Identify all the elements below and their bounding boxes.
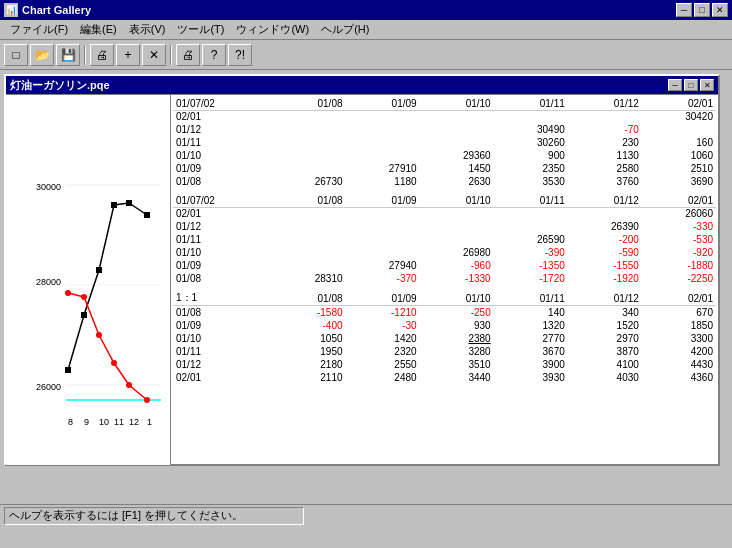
table-row: 01/11 30260 230 160 bbox=[173, 136, 716, 149]
minimize-button[interactable]: ─ bbox=[676, 3, 692, 17]
cell bbox=[346, 110, 420, 123]
svg-text:9: 9 bbox=[84, 417, 89, 427]
toolbar-help2[interactable]: ?! bbox=[228, 44, 252, 66]
status-bar: ヘルプを表示するには [F1] を押してください。 bbox=[0, 504, 732, 526]
cell: -920 bbox=[642, 246, 716, 259]
toolbar-delete[interactable]: ✕ bbox=[142, 44, 166, 66]
cell: 01/12 bbox=[173, 358, 271, 371]
table-row: 01/10 26980 -390 -590 -920 bbox=[173, 246, 716, 259]
svg-text:11: 11 bbox=[114, 417, 124, 427]
cell: 2510 bbox=[642, 162, 716, 175]
cell: 670 bbox=[642, 306, 716, 319]
cell: 28310 bbox=[271, 272, 345, 285]
cell: 01/11 bbox=[173, 345, 271, 358]
cell bbox=[271, 123, 345, 136]
inner-close[interactable]: ✕ bbox=[700, 79, 714, 91]
table-row: 02/01 2110 2480 3440 3930 4030 4360 bbox=[173, 371, 716, 384]
cell: -1720 bbox=[494, 272, 568, 285]
table-header-row-3: 1：1 01/08 01/09 01/10 01/11 01/12 02/01 bbox=[173, 291, 716, 306]
cell bbox=[420, 110, 494, 123]
cell: 26590 bbox=[494, 233, 568, 246]
cell bbox=[346, 246, 420, 259]
inner-minimize[interactable]: ─ bbox=[668, 79, 682, 91]
cell: 01/10 bbox=[173, 149, 271, 162]
cell bbox=[420, 220, 494, 233]
toolbar-new[interactable]: □ bbox=[4, 44, 28, 66]
maximize-button[interactable]: □ bbox=[694, 3, 710, 17]
title-bar: 📊 Chart Gallery ─ □ ✕ bbox=[0, 0, 732, 20]
inner-maximize[interactable]: □ bbox=[684, 79, 698, 91]
menu-help[interactable]: ヘルプ(H) bbox=[315, 20, 375, 39]
h3-col1: 01/08 bbox=[271, 291, 345, 306]
cell: 1850 bbox=[642, 319, 716, 332]
svg-text:8: 8 bbox=[68, 417, 73, 427]
cell: -70 bbox=[568, 123, 642, 136]
table-row: 01/11 1950 2320 3280 3670 3870 4200 bbox=[173, 345, 716, 358]
cell: -1350 bbox=[494, 259, 568, 272]
svg-text:10: 10 bbox=[99, 417, 109, 427]
inner-window-title: 灯油ーガソリン.pqe bbox=[10, 78, 110, 93]
menu-window[interactable]: ウィンドウ(W) bbox=[230, 20, 315, 39]
table-row: 01/11 26590 -200 -530 bbox=[173, 233, 716, 246]
cell: 01/10 bbox=[173, 332, 271, 345]
cell: 2180 bbox=[271, 358, 345, 371]
toolbar-help1[interactable]: ? bbox=[202, 44, 226, 66]
cell: 30420 bbox=[642, 110, 716, 123]
cell: 01/12 bbox=[173, 220, 271, 233]
cell: -30 bbox=[346, 319, 420, 332]
h3-col6: 02/01 bbox=[642, 291, 716, 306]
cell: 1320 bbox=[494, 319, 568, 332]
cell bbox=[346, 207, 420, 220]
table-row: 01/09 -400 -30 930 1320 1520 1850 bbox=[173, 319, 716, 332]
table-row: 01/10 29360 900 1130 1060 bbox=[173, 149, 716, 162]
close-button[interactable]: ✕ bbox=[712, 3, 728, 17]
menu-edit[interactable]: 編集(E) bbox=[74, 20, 123, 39]
cell: 30260 bbox=[494, 136, 568, 149]
h1-col5: 01/12 bbox=[568, 97, 642, 110]
cell: -1580 bbox=[271, 306, 345, 319]
cell bbox=[420, 123, 494, 136]
cell: -1550 bbox=[568, 259, 642, 272]
cell: 4030 bbox=[568, 371, 642, 384]
inner-title-bar: 灯油ーガソリン.pqe ─ □ ✕ bbox=[6, 76, 718, 94]
cell: 1420 bbox=[346, 332, 420, 345]
toolbar-open[interactable]: 📂 bbox=[30, 44, 54, 66]
h1-col1: 01/08 bbox=[271, 97, 345, 110]
cell: 27940 bbox=[346, 259, 420, 272]
cell: 26730 bbox=[271, 175, 345, 188]
cell bbox=[271, 259, 345, 272]
cell bbox=[271, 136, 345, 149]
toolbar-add[interactable]: + bbox=[116, 44, 140, 66]
menu-file[interactable]: ファイル(F) bbox=[4, 20, 74, 39]
cell bbox=[271, 162, 345, 175]
cell: 3510 bbox=[420, 358, 494, 371]
cell: 3440 bbox=[420, 371, 494, 384]
main-area: 灯油ーガソリン.pqe ─ □ ✕ 30000 28000 26000 bbox=[0, 70, 732, 526]
cell: 2580 bbox=[568, 162, 642, 175]
cell: 4200 bbox=[642, 345, 716, 358]
cell: 1180 bbox=[346, 175, 420, 188]
cell: 01/09 bbox=[173, 319, 271, 332]
toolbar-save[interactable]: 💾 bbox=[56, 44, 80, 66]
chart-svg: 30000 28000 26000 8 9 10 11 bbox=[6, 95, 171, 465]
cell: 01/08 bbox=[173, 175, 271, 188]
cell bbox=[271, 233, 345, 246]
toolbar-separator-1 bbox=[84, 45, 86, 65]
chart-area: 30000 28000 26000 8 9 10 11 bbox=[6, 95, 171, 465]
cell bbox=[494, 110, 568, 123]
cell bbox=[271, 110, 345, 123]
menu-tools[interactable]: ツール(T) bbox=[171, 20, 230, 39]
menu-view[interactable]: 表示(V) bbox=[123, 20, 172, 39]
cell: -1210 bbox=[346, 306, 420, 319]
h3-col5: 01/12 bbox=[568, 291, 642, 306]
svg-point-21 bbox=[81, 294, 87, 300]
cell: 01/11 bbox=[173, 136, 271, 149]
h1-col4: 01/11 bbox=[494, 97, 568, 110]
cell bbox=[420, 136, 494, 149]
cell bbox=[346, 136, 420, 149]
title-bar-left: 📊 Chart Gallery bbox=[4, 3, 91, 17]
h2-col0: 01/07/02 bbox=[173, 194, 271, 207]
toolbar-print-preview[interactable]: 🖨 bbox=[90, 44, 114, 66]
cell: -590 bbox=[568, 246, 642, 259]
toolbar-print[interactable]: 🖨 bbox=[176, 44, 200, 66]
